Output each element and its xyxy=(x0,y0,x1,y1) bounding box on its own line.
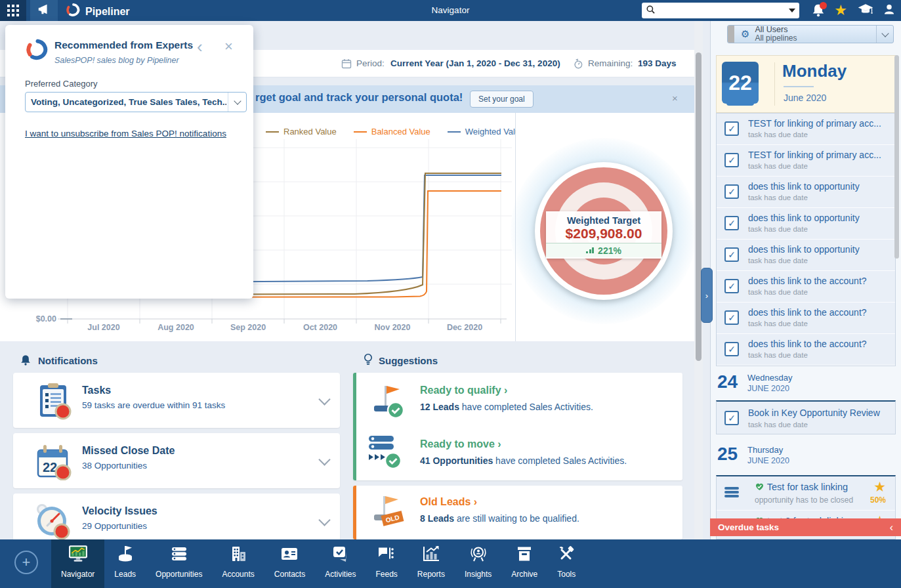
chevron-down-icon[interactable] xyxy=(318,393,330,405)
learning-button[interactable] xyxy=(854,1,877,20)
old-leads-link[interactable]: Old Leads › xyxy=(420,496,477,508)
category-select[interactable]: Voting, Uncategorized, True Sales Tales,… xyxy=(25,92,247,112)
nav-item-reports[interactable]: Reports xyxy=(408,539,455,588)
task-checkbox-icon[interactable]: ✓ xyxy=(724,279,739,293)
task-row[interactable]: ✓ does this link to opportunity task has… xyxy=(717,177,895,208)
task-checkbox-icon[interactable]: ✓ xyxy=(724,247,739,262)
nav-item-insights[interactable]: Insights xyxy=(455,539,501,588)
bottom-nav-bar: + Navigator Leads Opportunities Accounts… xyxy=(0,539,901,588)
task-row[interactable]: ✓ TEST for linking of primary acc... tas… xyxy=(717,145,895,177)
chevron-down-icon xyxy=(881,30,889,37)
nav-item-activities[interactable]: Activities xyxy=(315,539,366,588)
target-value: $209,908.00 xyxy=(546,226,661,241)
nav-item-accounts[interactable]: Accounts xyxy=(212,539,264,588)
task-row[interactable]: ✓ does this link to opportunity task has… xyxy=(717,240,895,271)
notifications-bell-button[interactable] xyxy=(808,1,828,20)
today-card[interactable]: 22 Monday June 2020 xyxy=(716,55,896,113)
close-icon[interactable]: × xyxy=(224,39,233,54)
back-chevron-icon[interactable]: ‹ xyxy=(197,38,203,55)
sidebar-collapse-handle[interactable]: › xyxy=(701,268,713,323)
chevron-down-icon[interactable] xyxy=(318,453,330,465)
task-checkbox-icon[interactable]: ✓ xyxy=(724,121,739,136)
filter-dropdown-button[interactable] xyxy=(876,26,893,43)
ready-to-move-link[interactable]: Ready to move › xyxy=(420,438,501,450)
graduation-cap-icon xyxy=(857,2,874,19)
task-subtitle: task has due date xyxy=(748,225,808,233)
chevron-left-icon[interactable]: ‹ xyxy=(890,522,893,534)
accounts-buildings-icon xyxy=(229,545,247,566)
set-your-goal-button[interactable]: Set your goal xyxy=(470,91,534,108)
nav-item-navigator[interactable]: Navigator xyxy=(51,539,104,588)
archive-box-icon xyxy=(515,545,534,566)
task-row[interactable]: ✓ TEST for linking of primary acc... tas… xyxy=(717,114,895,145)
day24-task-card[interactable]: ✓ Book in Key Opportunity Review task ha… xyxy=(716,400,896,434)
nav-label: Activities xyxy=(325,570,356,579)
ready-to-qualify-link[interactable]: Ready to qualify › xyxy=(420,385,507,396)
add-new-button[interactable]: + xyxy=(14,551,38,574)
app-window: Period: Current Year (Jan 1, 2020 - Dec … xyxy=(0,0,901,588)
task-row[interactable]: ✓ does this link to the account? task ha… xyxy=(717,271,895,303)
task-checkbox-icon[interactable]: ✓ xyxy=(724,216,739,230)
task-checkbox-icon[interactable]: ✓ xyxy=(724,153,739,167)
x-axis-labels: Jul 2020 Aug 2020 Sep 2020 Oct 2020 Nov … xyxy=(87,323,482,332)
nav-item-archive[interactable]: Archive xyxy=(501,539,547,588)
nav-label: Reports xyxy=(417,570,445,579)
banner-close-icon[interactable]: × xyxy=(672,93,678,104)
day25-weekday: Thursday xyxy=(747,445,783,455)
period-value[interactable]: Current Year (Jan 1, 2020 - Dec 31, 2020… xyxy=(390,58,560,68)
nav-item-contacts[interactable]: Contacts xyxy=(264,539,315,588)
task-row[interactable]: ✓ does this link to opportunity task has… xyxy=(717,208,895,240)
unsubscribe-link[interactable]: I want to unsubscribe from Sales POP! no… xyxy=(25,129,226,138)
select-dropdown-button[interactable] xyxy=(228,93,246,112)
notifications-bell-icon xyxy=(20,354,31,369)
task-row[interactable]: ✓ does this link to the account? task ha… xyxy=(717,303,895,334)
nav-item-feeds[interactable]: Feeds xyxy=(366,539,408,588)
notification-card-missed-close[interactable]: 22 Missed Close Date 38 Opportunities xyxy=(13,433,340,488)
task-title: TEST for linking of primary acc... xyxy=(748,150,891,160)
task-title: does this link to opportunity xyxy=(748,213,891,223)
global-search[interactable] xyxy=(642,3,799,18)
filter-grip-handle[interactable] xyxy=(728,26,734,43)
popup-title: Recommended from Experts xyxy=(54,39,193,51)
nav-item-leads[interactable]: Leads xyxy=(104,539,146,588)
task-checkbox-icon[interactable]: ✓ xyxy=(724,411,739,425)
today-weekday: Monday xyxy=(782,61,847,81)
task-row[interactable]: ✓ does this link to the account? task ha… xyxy=(717,334,895,366)
sidebar-scrollbar-thumb[interactable] xyxy=(894,55,899,259)
target-percent-row: 221% xyxy=(546,243,661,257)
task-checkbox-icon[interactable]: ✓ xyxy=(724,184,739,199)
notification-badge xyxy=(820,2,827,9)
task-checkbox-icon[interactable]: ✓ xyxy=(724,310,739,325)
task-subtitle: task has due date xyxy=(748,320,808,327)
svg-text:Dec 2020: Dec 2020 xyxy=(447,323,482,332)
overdue-tasks-bar[interactable]: Overdue tasks ‹ xyxy=(710,518,901,536)
nav-item-opportunities[interactable]: Opportunities xyxy=(146,539,212,588)
today-day-number: 22 xyxy=(728,71,752,95)
recommended-experts-popup: Recommended from Experts SalesPOP! sales… xyxy=(5,25,253,299)
notification-card-tasks[interactable]: Tasks 59 tasks are overdue within 91 tas… xyxy=(13,373,340,428)
filter-pipelines-value: All pipelines xyxy=(755,34,797,43)
users-pipelines-filter[interactable]: ⚙ All Users All pipelines xyxy=(727,25,894,43)
chevron-down-icon[interactable] xyxy=(318,514,330,526)
task-checkbox-icon[interactable]: ✓ xyxy=(724,342,739,356)
nav-item-tools[interactable]: Tools xyxy=(547,539,585,588)
svg-text:Nov 2020: Nov 2020 xyxy=(375,323,411,332)
preferred-category-label: Preferred Category xyxy=(25,79,98,89)
mini-bar-chart-icon xyxy=(586,247,594,253)
tasks-card-subtitle: 59 tasks are overdue within 91 tasks xyxy=(82,400,225,410)
favorites-star-button[interactable]: ★ xyxy=(831,1,850,20)
opportunity-row[interactable]: Test for task linking opportunity has to… xyxy=(717,476,895,511)
old-leads-flag-icon: OLD xyxy=(369,494,407,533)
search-dropdown-caret-icon[interactable] xyxy=(789,9,795,12)
ready-to-move-rest: have completed Sales Activities. xyxy=(493,455,627,466)
green-accent-bar xyxy=(353,373,356,480)
remaining-value: 193 Days xyxy=(638,58,677,68)
ready-to-qualify-flag-icon xyxy=(369,383,407,423)
user-icon xyxy=(883,3,896,18)
profile-button[interactable] xyxy=(879,1,899,20)
tasks-clipboard-icon xyxy=(34,382,72,423)
star-icon[interactable]: ★ xyxy=(873,479,886,495)
suggestions-bulb-icon xyxy=(362,353,374,369)
svg-text:Oct 2020: Oct 2020 xyxy=(303,323,337,332)
svg-text:Sep 2020: Sep 2020 xyxy=(230,323,266,332)
